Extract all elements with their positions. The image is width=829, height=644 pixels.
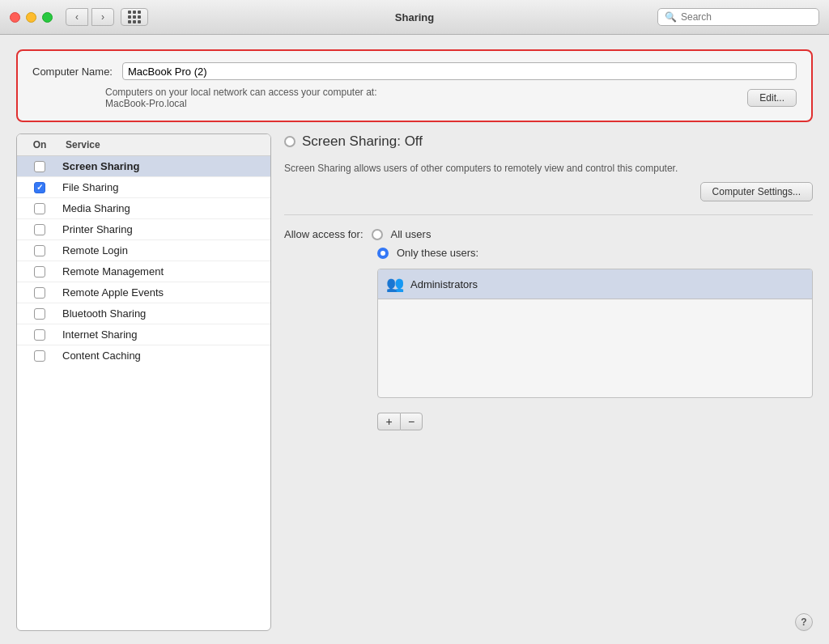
search-input[interactable]	[681, 11, 812, 23]
printer-sharing-checkbox[interactable]	[34, 224, 45, 235]
computer-name-input[interactable]	[122, 62, 797, 80]
maximize-button[interactable]	[42, 12, 53, 23]
checkbox-area	[17, 266, 62, 278]
titlebar: ‹ › Sharing 🔍	[0, 0, 829, 35]
computer-name-label: Computer Name:	[32, 66, 113, 78]
only-these-row: Only these users:	[377, 247, 813, 259]
service-item-screen-sharing[interactable]: Screen Sharing	[17, 156, 270, 177]
nav-buttons: ‹ ›	[66, 8, 114, 26]
service-item-media-sharing[interactable]: Media Sharing	[17, 198, 270, 219]
header-service: Service	[62, 138, 270, 152]
service-item-printer-sharing[interactable]: Printer Sharing	[17, 219, 270, 240]
window-title: Sharing	[395, 11, 434, 23]
checkbox-area	[17, 182, 62, 193]
checkbox-area	[17, 203, 62, 214]
access-section: Allow access for: All users Only these u…	[284, 228, 813, 259]
service-item-content-caching[interactable]: Content Caching	[17, 345, 270, 366]
local-network-text: Computers on your local network can acce…	[105, 87, 739, 109]
traffic-lights	[10, 12, 53, 23]
local-network-row: Computers on your local network can acce…	[32, 87, 797, 109]
printer-sharing-label: Printer Sharing	[62, 223, 270, 235]
remove-user-button[interactable]: −	[400, 413, 423, 430]
users-list-empty	[378, 299, 812, 380]
back-button[interactable]: ‹	[66, 8, 88, 26]
service-detail: Screen Sharing: Off Screen Sharing allow…	[284, 133, 813, 631]
search-icon: 🔍	[665, 11, 677, 23]
computer-name-row: Computer Name:	[32, 62, 797, 80]
internet-sharing-checkbox[interactable]	[34, 329, 45, 341]
service-item-bluetooth-sharing[interactable]: Bluetooth Sharing	[17, 303, 270, 324]
access-for-row: Allow access for: All users	[284, 228, 813, 240]
header-on: On	[17, 138, 62, 152]
help-button[interactable]: ?	[795, 613, 813, 631]
forward-button[interactable]: ›	[91, 8, 114, 26]
only-these-label: Only these users:	[397, 247, 478, 259]
remote-login-checkbox[interactable]	[34, 245, 45, 256]
remote-management-checkbox[interactable]	[34, 266, 45, 278]
user-icon: 👥	[386, 275, 404, 293]
allow-access-label: Allow access for:	[284, 228, 363, 240]
edit-button[interactable]: Edit...	[747, 89, 797, 107]
checkbox-area	[17, 329, 62, 341]
service-list: On Service Screen Sharing File Sharing	[16, 133, 271, 631]
service-item-remote-apple-events[interactable]: Remote Apple Events	[17, 282, 270, 303]
service-list-items: Screen Sharing File Sharing Media Sharin…	[17, 156, 270, 366]
computer-settings-button[interactable]: Computer Settings...	[700, 182, 813, 201]
close-button[interactable]	[10, 12, 20, 23]
checkbox-area	[17, 245, 62, 256]
grid-icon	[128, 11, 141, 23]
screen-sharing-checkbox[interactable]	[34, 161, 45, 172]
add-user-button[interactable]: +	[377, 413, 400, 430]
grid-button[interactable]	[121, 8, 148, 26]
users-list: 👥 Administrators	[377, 269, 813, 398]
screen-sharing-label: Screen Sharing	[62, 160, 270, 172]
checkbox-area	[17, 350, 62, 362]
all-users-radio[interactable]	[372, 229, 383, 240]
checkbox-area	[17, 308, 62, 320]
remote-apple-events-label: Remote Apple Events	[62, 286, 270, 299]
all-users-label: All users	[391, 228, 432, 240]
main-content: Computer Name: Computers on your local n…	[0, 35, 829, 644]
checkbox-area	[17, 224, 62, 235]
media-sharing-checkbox[interactable]	[34, 203, 45, 214]
remote-login-label: Remote Login	[62, 244, 270, 256]
user-name: Administrators	[410, 278, 478, 290]
service-item-file-sharing[interactable]: File Sharing	[17, 177, 270, 198]
service-item-remote-management[interactable]: Remote Management	[17, 261, 270, 282]
minimize-button[interactable]	[26, 12, 36, 23]
divider	[284, 214, 813, 215]
service-item-internet-sharing[interactable]: Internet Sharing	[17, 324, 270, 345]
file-sharing-checkbox[interactable]	[34, 182, 45, 193]
add-remove-row: + −	[377, 413, 813, 430]
services-panel: On Service Screen Sharing File Sharing	[16, 133, 813, 631]
service-item-remote-login[interactable]: Remote Login	[17, 240, 270, 261]
checkbox-area	[17, 287, 62, 299]
internet-sharing-label: Internet Sharing	[62, 328, 270, 341]
status-radio	[284, 136, 295, 147]
bluetooth-sharing-label: Bluetooth Sharing	[62, 307, 270, 320]
bluetooth-sharing-checkbox[interactable]	[34, 308, 45, 320]
content-caching-label: Content Caching	[62, 350, 270, 362]
service-status-row: Screen Sharing: Off	[284, 133, 813, 150]
remote-management-label: Remote Management	[62, 265, 270, 278]
service-list-header: On Service	[17, 134, 270, 156]
search-box[interactable]: 🔍	[657, 8, 819, 26]
checkbox-area	[17, 161, 62, 172]
service-status-title: Screen Sharing: Off	[302, 133, 423, 150]
user-list-item[interactable]: 👥 Administrators	[378, 269, 812, 299]
media-sharing-label: Media Sharing	[62, 202, 270, 214]
only-these-radio[interactable]	[377, 248, 389, 259]
content-caching-checkbox[interactable]	[34, 350, 45, 362]
service-description: Screen Sharing allows users of other com…	[284, 161, 813, 176]
file-sharing-label: File Sharing	[62, 181, 270, 193]
remote-apple-events-checkbox[interactable]	[34, 287, 45, 299]
computer-name-section: Computer Name: Computers on your local n…	[16, 49, 813, 122]
